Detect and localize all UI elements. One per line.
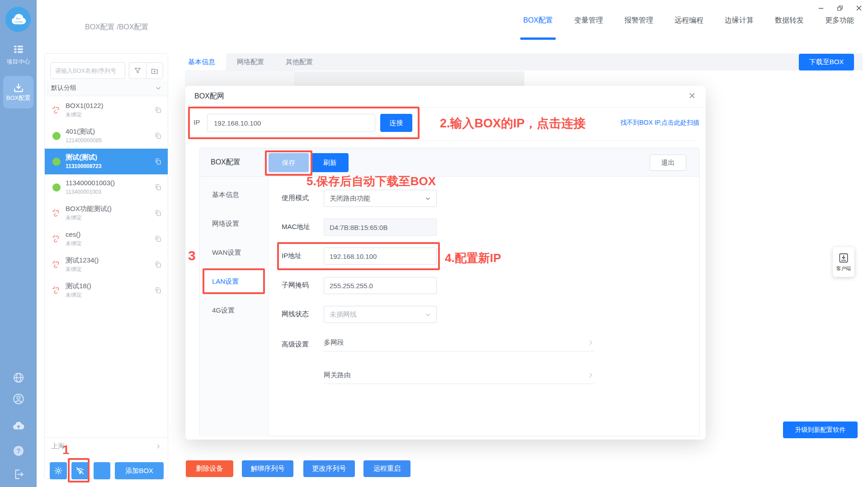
box-config-panel: BOX配置 保存 刷新 退出 基本信息 网络设置 WAN设置 LAN设置 4G设… <box>199 148 700 436</box>
subnet-label: 子网掩码 <box>282 281 309 290</box>
device-name: 测试1234() <box>66 256 154 265</box>
minimize-icon[interactable] <box>815 3 827 14</box>
extra-tool-button[interactable] <box>94 462 110 479</box>
help-icon: ? <box>12 445 25 457</box>
account-button[interactable] <box>0 392 37 406</box>
nav-variable-mgmt[interactable]: 变量管理 <box>574 0 603 41</box>
nav-edge-computing[interactable]: 边缘计算 <box>725 0 754 41</box>
ip-address-input[interactable] <box>330 253 431 260</box>
add-group-button[interactable] <box>146 63 163 79</box>
copy-icon[interactable] <box>154 235 162 243</box>
online-dot <box>51 183 62 192</box>
mode-select[interactable]: 关闭路由功能 <box>324 190 437 207</box>
breadcrumb: BOX配置 /BOX配置 <box>85 23 148 32</box>
device-row[interactable]: ces()未绑定 <box>45 226 168 252</box>
nav-alarm-mgmt[interactable]: 报警管理 <box>624 0 653 41</box>
device-row[interactable]: BOX功能测试()未绑定 <box>45 200 168 226</box>
settings-button[interactable] <box>50 462 67 479</box>
device-name: 测试18() <box>66 281 154 290</box>
globe-icon <box>12 371 25 384</box>
rail-tab-4g[interactable]: 4G设置 <box>200 296 268 325</box>
device-row[interactable]: 401(测试)121400000085 <box>45 123 168 149</box>
copy-icon[interactable] <box>154 183 162 191</box>
client-download-button[interactable]: 客户端 <box>833 247 854 277</box>
exit-icon <box>12 468 25 481</box>
chevron-down-icon <box>425 312 431 318</box>
save-button[interactable]: 保存 <box>269 153 309 172</box>
ip-address-field[interactable] <box>324 248 437 265</box>
download-to-box-button[interactable]: 下载至BOX <box>799 54 854 70</box>
subnet-input[interactable] <box>330 282 431 290</box>
lan-scan-button[interactable] <box>71 462 89 479</box>
box-ip-input[interactable] <box>207 114 375 132</box>
rail-tab-basic[interactable]: 基本信息 <box>200 180 268 209</box>
device-row[interactable]: 测试1234()未绑定 <box>45 252 168 277</box>
modal-close-icon[interactable]: ✕ <box>686 89 698 102</box>
unlinked-icon <box>51 106 62 115</box>
exit-button[interactable]: 退出 <box>650 155 686 171</box>
rail-tab-lan[interactable]: LAN设置 <box>200 267 268 296</box>
copy-icon[interactable] <box>154 132 162 140</box>
multi-subnet-label: 多网段 <box>324 338 344 347</box>
device-row[interactable]: BOX1(0122)未绑定 <box>45 97 168 123</box>
app-logo: Box Config <box>5 7 31 32</box>
close-icon[interactable] <box>853 3 865 14</box>
download-tray-icon <box>13 82 24 94</box>
tab-basic-info[interactable]: 基本信息 <box>177 53 226 70</box>
nav-remote-programming[interactable]: 远程编程 <box>675 0 703 41</box>
gateway-route-row[interactable]: 网关路由 <box>324 366 594 384</box>
rail-tab-wan[interactable]: WAN设置 <box>200 238 268 267</box>
unbind-serial-button[interactable]: 解绑序列号 <box>242 460 293 477</box>
tab-other-config[interactable]: 其他配置 <box>275 53 324 70</box>
chevron-right-icon <box>587 372 594 379</box>
device-row-selected[interactable]: 测试(测试)113100008723 <box>45 149 168 174</box>
sidebar-item-box-config[interactable]: BOX配置 <box>3 76 33 108</box>
device-row[interactable]: 113400001003()113400001003 <box>45 174 168 200</box>
restore-icon[interactable] <box>834 3 846 14</box>
nav-box-config[interactable]: BOX配置 <box>523 0 553 41</box>
rail-tab-network[interactable]: 网络设置 <box>200 209 268 238</box>
filter-button[interactable] <box>129 63 146 79</box>
copy-icon[interactable] <box>154 106 162 114</box>
logout-button[interactable] <box>0 468 37 481</box>
copy-icon[interactable] <box>154 158 162 165</box>
device-name: BOX功能测试() <box>66 204 154 213</box>
copy-icon[interactable] <box>154 286 162 294</box>
connect-button[interactable]: 连接 <box>380 114 412 132</box>
tab-network-config[interactable]: 网络配置 <box>226 53 275 70</box>
group-label: 默认分组 <box>51 84 76 92</box>
region-row[interactable]: 上海 <box>45 437 168 454</box>
search-input[interactable] <box>50 62 125 79</box>
nav-data-forwarding[interactable]: 数据转发 <box>775 0 804 41</box>
sidebar-item-label: 项目中心 <box>7 58 30 66</box>
project-grid-icon <box>13 43 24 55</box>
help-button[interactable]: ? <box>0 445 37 457</box>
subnet-field[interactable] <box>324 277 437 294</box>
scan-link[interactable]: 找不到BOX IP,点击此处扫描 <box>620 119 699 127</box>
delete-device-button[interactable]: 删除设备 <box>186 460 233 477</box>
top-nav: BOX配置 变量管理 报警管理 远程编程 边缘计算 数据转发 更多功能 <box>523 0 854 41</box>
device-row[interactable]: 测试18()未绑定 <box>45 277 168 303</box>
unlinked-icon <box>51 260 62 269</box>
language-button[interactable] <box>0 371 37 384</box>
refresh-button[interactable]: 刷新 <box>311 153 349 172</box>
sidebar-item-project-center[interactable]: 项目中心 <box>0 43 37 66</box>
copy-icon[interactable] <box>154 261 162 268</box>
add-box-button[interactable]: 添加BOX <box>115 462 164 479</box>
user-icon <box>12 392 25 406</box>
chevron-right-icon <box>587 339 594 346</box>
multi-subnet-row[interactable]: 多网段 <box>324 334 594 351</box>
background-subtab <box>185 70 295 87</box>
advanced-label: 高级设置 <box>282 340 309 349</box>
device-name: 401(测试) <box>66 127 154 136</box>
group-header[interactable]: 默认分组 <box>45 80 168 96</box>
change-serial-button[interactable]: 更改序列号 <box>303 460 355 477</box>
cable-status-select[interactable]: 未插网线 <box>324 306 437 323</box>
upgrade-config-button[interactable]: 升级到新配置软件 <box>783 421 858 438</box>
background-subtab-strip <box>295 71 524 87</box>
window-controls <box>815 3 865 14</box>
copy-icon[interactable] <box>154 209 162 217</box>
remote-restart-button[interactable]: 远程重启 <box>363 460 410 477</box>
chevron-down-icon <box>155 85 161 91</box>
cloud-sync-button[interactable] <box>0 419 37 433</box>
